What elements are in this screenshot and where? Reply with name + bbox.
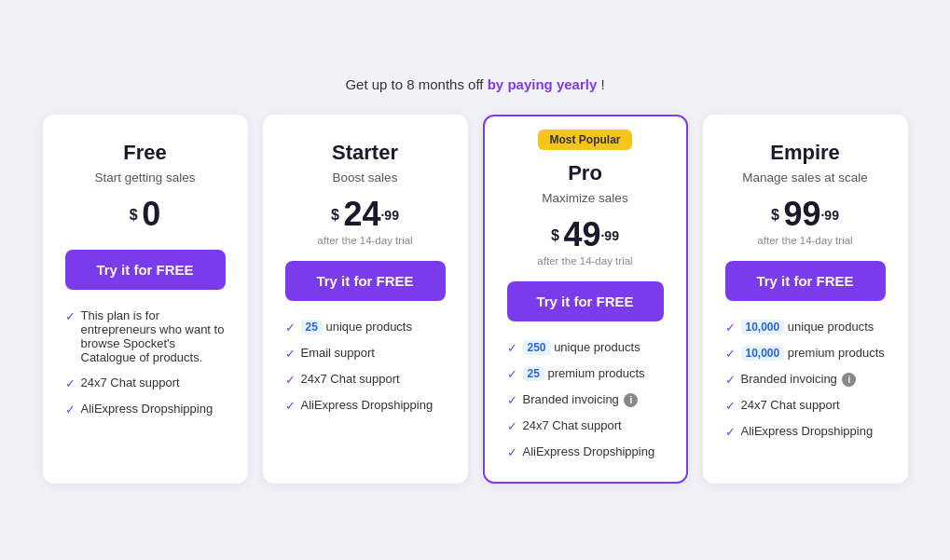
feature-item: ✓ Branded invoicing i bbox=[507, 392, 664, 407]
feature-text: Email support bbox=[301, 346, 375, 360]
plan-amount-free: 0 bbox=[142, 195, 160, 233]
feature-text: 25 premium products bbox=[523, 366, 645, 380]
feature-num: 10,000 bbox=[741, 320, 785, 335]
features-list-starter: ✓ 25 unique products ✓ Email support ✓ 2… bbox=[285, 320, 446, 413]
feature-text: 24x7 Chat support bbox=[741, 398, 840, 412]
features-list-free: ✓ This plan is for entrepreneurs who wan… bbox=[65, 308, 226, 417]
plan-cents-empire: ·99 bbox=[820, 208, 838, 223]
plan-amount-pro: 49 bbox=[563, 215, 600, 253]
plan-currency-empire: $ bbox=[771, 207, 779, 223]
feature-text: AliExpress Dropshipping bbox=[301, 398, 434, 412]
feature-text: 24x7 Chat support bbox=[523, 418, 622, 432]
plan-currency-starter: $ bbox=[331, 207, 339, 223]
info-icon[interactable]: i bbox=[842, 373, 856, 387]
plan-card-starter: StarterBoost sales $ 24·99after the 14-d… bbox=[263, 115, 468, 484]
try-btn-empire[interactable]: Try it for FREE bbox=[725, 261, 886, 301]
feature-num: 25 bbox=[301, 320, 323, 335]
check-icon: ✓ bbox=[507, 341, 517, 355]
feature-text: AliExpress Dropshipping bbox=[523, 444, 655, 458]
plan-currency-pro: $ bbox=[551, 227, 559, 243]
try-btn-free[interactable]: Try it for FREE bbox=[65, 250, 226, 290]
feature-item: ✓ 24x7 Chat support bbox=[65, 376, 226, 390]
plan-price-note-pro: after the 14-day trial bbox=[507, 255, 664, 266]
check-icon: ✓ bbox=[507, 419, 517, 433]
feature-text: 10,000 premium products bbox=[741, 346, 885, 360]
plan-desc-starter: Boost sales bbox=[285, 171, 446, 184]
feature-item: ✓ AliExpress Dropshipping bbox=[285, 398, 446, 413]
features-list-pro: ✓ 250 unique products ✓ 25 premium produ… bbox=[507, 340, 664, 459]
feature-item: ✓ AliExpress Dropshipping bbox=[725, 424, 886, 439]
feature-item: ✓ AliExpress Dropshipping bbox=[65, 402, 226, 417]
try-btn-pro[interactable]: Try it for FREE bbox=[507, 281, 664, 321]
feature-text: Branded invoicing i bbox=[741, 372, 857, 387]
feature-num: 10,000 bbox=[741, 346, 785, 361]
feature-text: 24x7 Chat support bbox=[81, 376, 180, 389]
feature-text: This plan is for entrepreneurs who want … bbox=[81, 308, 226, 364]
feature-item: ✓ 24x7 Chat support bbox=[725, 398, 886, 413]
feature-text: 25 unique products bbox=[301, 320, 412, 334]
plan-cents-pro: ·99 bbox=[600, 228, 618, 243]
plan-amount-empire: 99 bbox=[783, 195, 820, 233]
banner-highlight: by paying yearly bbox=[488, 76, 598, 92]
feature-text: 250 unique products bbox=[523, 340, 640, 354]
banner-text-after: ! bbox=[600, 76, 604, 92]
plan-name-starter: Starter bbox=[285, 141, 446, 165]
feature-item: ✓ 25 unique products bbox=[285, 320, 446, 335]
check-icon: ✓ bbox=[507, 445, 517, 459]
features-list-empire: ✓ 10,000 unique products ✓ 10,000 premiu… bbox=[725, 320, 886, 439]
check-icon: ✓ bbox=[285, 347, 296, 361]
check-icon: ✓ bbox=[725, 425, 736, 439]
plan-card-free: FreeStart getting sales $ 0Try it for FR… bbox=[43, 115, 248, 484]
plan-desc-free: Start getting sales bbox=[65, 171, 226, 184]
feature-text: AliExpress Dropshipping bbox=[81, 402, 213, 416]
plan-price-note-empire: after the 14-day trial bbox=[725, 235, 886, 246]
top-banner: Get up to 8 months off by paying yearly … bbox=[345, 76, 604, 92]
plan-currency-free: $ bbox=[130, 207, 138, 223]
feature-item: ✓ 10,000 unique products bbox=[725, 320, 886, 335]
feature-item: ✓ AliExpress Dropshipping bbox=[507, 444, 664, 459]
check-icon: ✓ bbox=[65, 403, 76, 417]
check-icon: ✓ bbox=[725, 373, 736, 387]
plan-name-empire: Empire bbox=[725, 141, 886, 165]
feature-item: ✓ 250 unique products bbox=[507, 340, 664, 355]
feature-item: ✓ 24x7 Chat support bbox=[285, 372, 446, 387]
check-icon: ✓ bbox=[285, 399, 296, 413]
check-icon: ✓ bbox=[725, 399, 736, 413]
check-icon: ✓ bbox=[725, 321, 736, 335]
check-icon: ✓ bbox=[507, 393, 517, 407]
try-btn-starter[interactable]: Try it for FREE bbox=[285, 261, 446, 301]
feature-num: 25 bbox=[523, 366, 544, 381]
check-icon: ✓ bbox=[507, 367, 517, 381]
check-icon: ✓ bbox=[65, 376, 76, 390]
feature-item: ✓ 25 premium products bbox=[507, 366, 664, 381]
banner-text-before: Get up to 8 months off bbox=[345, 76, 487, 92]
plan-price-starter: $ 24·99 bbox=[285, 198, 446, 231]
check-icon: ✓ bbox=[285, 373, 296, 387]
plan-cents-starter: ·99 bbox=[380, 208, 398, 223]
feature-text: Branded invoicing i bbox=[523, 392, 639, 407]
plan-price-note-starter: after the 14-day trial bbox=[285, 235, 446, 246]
plan-desc-empire: Manage sales at scale bbox=[725, 171, 886, 184]
feature-item: ✓ Email support bbox=[285, 346, 446, 361]
info-icon[interactable]: i bbox=[624, 393, 638, 407]
feature-item: ✓ Branded invoicing i bbox=[725, 372, 886, 387]
most-popular-badge: Most Popular bbox=[538, 130, 631, 150]
plan-name-pro: Pro bbox=[507, 161, 664, 185]
plan-desc-pro: Maximize sales bbox=[507, 191, 664, 205]
plan-price-empire: $ 99·99 bbox=[725, 198, 886, 231]
plan-name-free: Free bbox=[65, 141, 226, 165]
feature-text: 24x7 Chat support bbox=[301, 372, 400, 386]
check-icon: ✓ bbox=[65, 309, 76, 323]
plan-amount-starter: 24 bbox=[343, 195, 380, 233]
plan-card-empire: EmpireManage sales at scale $ 99·99after… bbox=[703, 115, 908, 484]
feature-num: 250 bbox=[523, 340, 551, 355]
plan-price-free: $ 0 bbox=[65, 198, 226, 231]
plans-container: FreeStart getting sales $ 0Try it for FR… bbox=[43, 115, 908, 484]
feature-text: 10,000 unique products bbox=[741, 320, 874, 334]
feature-item: ✓ This plan is for entrepreneurs who wan… bbox=[65, 308, 226, 364]
plan-card-pro: Most PopularProMaximize sales $ 49·99aft… bbox=[483, 115, 688, 484]
feature-item: ✓ 24x7 Chat support bbox=[507, 418, 664, 433]
check-icon: ✓ bbox=[725, 347, 736, 361]
check-icon: ✓ bbox=[285, 321, 296, 335]
feature-text: AliExpress Dropshipping bbox=[741, 424, 874, 438]
